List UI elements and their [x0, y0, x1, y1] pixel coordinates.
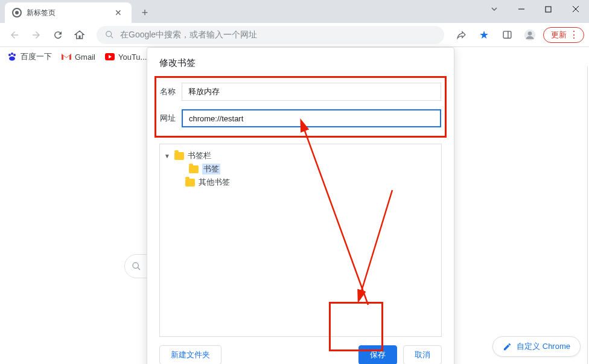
- svg-rect-1: [546, 7, 551, 12]
- home-button[interactable]: [70, 25, 89, 45]
- omnibox-placeholder: 在Google中搜索，或者输入一个网址: [120, 30, 257, 40]
- update-label: 更新: [551, 30, 567, 40]
- tree-item-bookmarks-bar[interactable]: ▼ 书签栏: [164, 149, 438, 162]
- folder-icon: [189, 165, 199, 173]
- tree-item-other-bookmarks[interactable]: 其他书签: [164, 176, 438, 189]
- search-icon: [105, 30, 114, 39]
- bookmark-label: Gmail: [75, 53, 95, 62]
- folder-icon: [185, 179, 195, 187]
- content-search-fragment: [124, 254, 148, 278]
- edit-bookmark-dialog: 修改书签 名称 网址 ▼ 书签栏 书签: [147, 47, 454, 364]
- svg-line-5: [110, 36, 113, 38]
- dialog-actions: 新建文件夹 保存 取消: [147, 337, 454, 364]
- url-label: 网址: [160, 113, 182, 124]
- folder-icon: [174, 152, 184, 160]
- name-field-row: 名称: [160, 83, 441, 101]
- tree-label: 其他书签: [199, 177, 230, 188]
- tree-label: 书签栏: [188, 150, 211, 161]
- cancel-button[interactable]: 取消: [403, 345, 442, 364]
- caret-down-icon[interactable]: ▼: [164, 153, 171, 159]
- svg-line-16: [138, 267, 140, 270]
- bookmark-baidu[interactable]: 百度一下: [7, 51, 52, 62]
- browser-tab[interactable]: 新标签页 ✕: [5, 2, 132, 23]
- svg-point-13: [9, 57, 15, 61]
- svg-rect-6: [503, 31, 511, 38]
- scrollbar-track[interactable]: [587, 66, 588, 364]
- svg-point-9: [528, 31, 532, 36]
- omnibox[interactable]: 在Google中搜索，或者输入一个网址: [97, 26, 444, 44]
- menu-dots-icon: ⋮: [569, 30, 579, 40]
- tab-title: 新标签页: [27, 8, 56, 18]
- toolbar: 在Google中搜索，或者输入一个网址 ★ 更新 ⋮: [0, 23, 589, 47]
- bookmark-star-icon[interactable]: ★: [474, 25, 494, 45]
- bookmark-folder-tree[interactable]: ▼ 书签栏 书签 其他书签: [159, 144, 442, 337]
- titlebar: 新标签页 ✕ +: [0, 0, 589, 23]
- svg-point-12: [13, 54, 16, 56]
- update-button[interactable]: 更新 ⋮: [543, 27, 584, 43]
- chrome-tab-icon: [12, 8, 22, 18]
- profile-avatar-icon[interactable]: [520, 25, 540, 45]
- bookmark-url-input[interactable]: [182, 109, 441, 127]
- bookmark-youtube[interactable]: YouTu...: [105, 52, 147, 62]
- save-button[interactable]: 保存: [358, 345, 397, 364]
- toolbar-right: ★ 更新 ⋮: [451, 25, 584, 45]
- reload-button[interactable]: [48, 25, 68, 45]
- svg-point-15: [133, 263, 138, 268]
- pencil-icon: [503, 342, 512, 351]
- back-button[interactable]: [5, 25, 24, 45]
- bookmark-label: YouTu...: [118, 53, 147, 62]
- close-window-button[interactable]: [562, 0, 589, 18]
- svg-point-4: [106, 31, 112, 37]
- maximize-button[interactable]: [535, 0, 562, 18]
- bookmark-gmail[interactable]: Gmail: [62, 52, 95, 62]
- url-field-row: 网址: [160, 109, 441, 127]
- baidu-icon: [7, 52, 17, 62]
- forward-button[interactable]: [27, 25, 46, 45]
- bookmark-name-input[interactable]: [182, 83, 441, 101]
- svg-point-10: [8, 54, 11, 56]
- customize-chrome-button[interactable]: 自定义 Chrome: [492, 336, 581, 357]
- dialog-title: 修改书签: [147, 48, 454, 76]
- window-controls: [480, 0, 589, 18]
- caret-down-icon[interactable]: [480, 0, 508, 18]
- name-label: 名称: [160, 86, 182, 97]
- new-tab-button[interactable]: +: [136, 4, 153, 21]
- gmail-icon: [62, 52, 71, 62]
- tree-item-bookmarks[interactable]: 书签: [164, 162, 438, 176]
- close-tab-icon[interactable]: ✕: [112, 7, 124, 19]
- new-folder-label: 新建文件夹: [171, 350, 210, 360]
- bookmark-label: 百度一下: [21, 51, 52, 62]
- minimize-button[interactable]: [508, 0, 535, 18]
- youtube-icon: [105, 52, 115, 62]
- new-folder-button[interactable]: 新建文件夹: [159, 345, 221, 364]
- share-icon[interactable]: [451, 25, 471, 45]
- cancel-label: 取消: [415, 350, 430, 360]
- customize-label: 自定义 Chrome: [517, 341, 570, 352]
- save-label: 保存: [370, 350, 386, 360]
- fields-annotation-box: 名称 网址: [154, 76, 447, 138]
- svg-point-11: [11, 53, 13, 55]
- side-panel-icon[interactable]: [497, 25, 517, 45]
- tree-label: 书签: [202, 164, 220, 174]
